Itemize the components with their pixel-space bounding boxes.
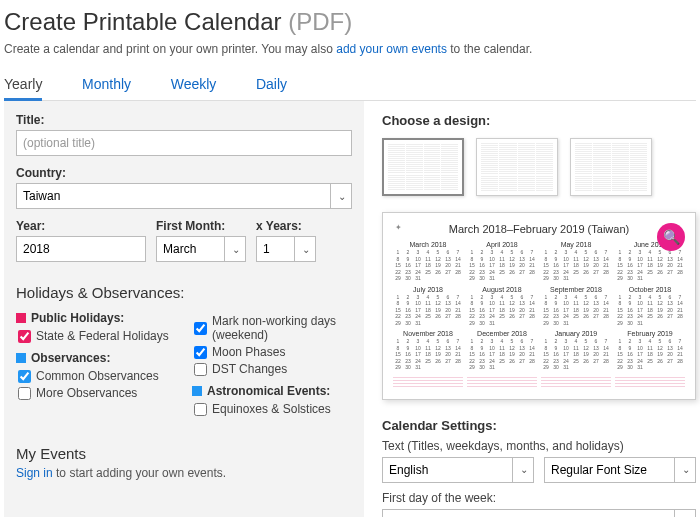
text-settings-label: Text (Titles, weekdays, months, and holi… [382, 439, 696, 453]
mark-nonworking-check[interactable]: Mark non-working days (weekend) [194, 314, 352, 342]
country-select[interactable]: Taiwan [16, 183, 352, 209]
public-holidays-cat: Public Holidays: [16, 311, 176, 325]
state-federal-check[interactable]: State & Federal Holidays [18, 329, 176, 343]
preview-month: May 201812345678910111213141516171819202… [541, 241, 611, 282]
myevents-heading: My Events [16, 445, 352, 462]
more-obs-check[interactable]: More Observances [18, 386, 176, 400]
design-option-2[interactable] [476, 138, 558, 196]
dst-changes-check[interactable]: DST Changes [194, 362, 352, 376]
design-option-3[interactable] [570, 138, 652, 196]
year-label: Year: [16, 219, 146, 233]
title-label: Title: [16, 113, 352, 127]
language-select[interactable]: English [382, 457, 534, 483]
square-blue-icon [16, 353, 26, 363]
firstday-select[interactable]: Country Default [382, 509, 696, 518]
design-option-1[interactable] [382, 138, 464, 196]
calendar-preview: ✦ 🔍 March 2018–February 2019 (Taiwan) Ma… [382, 212, 696, 400]
preview-month: December 2018123456789101112131415161718… [467, 330, 537, 371]
intro-text: Create a calendar and print on your own … [4, 42, 696, 56]
myevents-text: Sign in to start adding your own events. [16, 466, 352, 480]
equinoxes-check[interactable]: Equinoxes & Solstices [194, 402, 352, 416]
astro-cat: Astronomical Events: [192, 384, 352, 398]
preview-month: March 2018123456789101112131415161718192… [393, 241, 463, 282]
country-label: Country: [16, 166, 352, 180]
preview-month: November 2018123456789101112131415161718… [393, 330, 463, 371]
page-title: Create Printable Calendar (PDF) [4, 8, 696, 36]
xyears-select[interactable]: 1 [256, 236, 316, 262]
preview-month: August 201812345678910111213141516171819… [467, 286, 537, 327]
title-input[interactable] [16, 130, 352, 156]
firstmonth-select[interactable]: March [156, 236, 246, 262]
preview-month: April 2018123456789101112131415161718192… [467, 241, 537, 282]
zoom-icon[interactable]: 🔍 [657, 223, 685, 251]
preview-month: July 20181234567891011121314151617181920… [393, 286, 463, 327]
year-input[interactable] [16, 236, 146, 262]
tab-daily[interactable]: Daily [256, 70, 287, 98]
preview-month: September 201812345678910111213141516171… [541, 286, 611, 327]
choose-design-label: Choose a design: [382, 113, 696, 128]
tabs: Yearly Monthly Weekly Daily [4, 70, 696, 101]
tab-weekly[interactable]: Weekly [171, 70, 217, 98]
tab-yearly[interactable]: Yearly [4, 70, 42, 101]
signin-link[interactable]: Sign in [16, 466, 53, 480]
preview-logo: ✦ [395, 223, 402, 232]
xyears-label: x Years: [256, 219, 316, 233]
holidays-heading: Holidays & Observances: [16, 284, 352, 301]
preview-month: January 20191234567891011121314151617181… [541, 330, 611, 371]
fontsize-select[interactable]: Regular Font Size [544, 457, 696, 483]
preview-month: February 2019123456789101112131415161718… [615, 330, 685, 371]
firstday-label: First day of the week: [382, 491, 696, 505]
square-blue-icon [192, 386, 202, 396]
common-obs-check[interactable]: Common Observances [18, 369, 176, 383]
tab-monthly[interactable]: Monthly [82, 70, 131, 98]
preview-title: March 2018–February 2019 (Taiwan) [393, 223, 685, 235]
firstmonth-label: First Month: [156, 219, 246, 233]
preview-month: October 20181234567891011121314151617181… [615, 286, 685, 327]
calendar-settings-heading: Calendar Settings: [382, 418, 696, 433]
square-pink-icon [16, 313, 26, 323]
add-events-link[interactable]: add your own events [336, 42, 447, 56]
moon-phases-check[interactable]: Moon Phases [194, 345, 352, 359]
observances-cat: Observances: [16, 351, 176, 365]
